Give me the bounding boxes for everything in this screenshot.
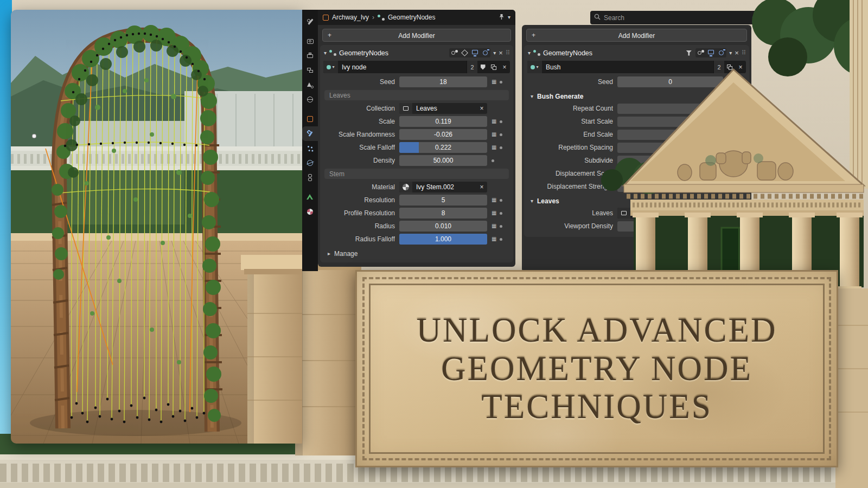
start-scale-field[interactable] [617, 117, 745, 127]
animate-icon[interactable] [500, 133, 502, 136]
animate-icon[interactable] [500, 81, 502, 84]
render-display-toggle-icon[interactable] [716, 48, 726, 57]
pin-icon[interactable] [499, 14, 505, 22]
animate-icon[interactable] [500, 238, 502, 241]
duplicate-button[interactable] [724, 61, 735, 73]
tab-world[interactable] [302, 92, 318, 107]
breadcrumb-object[interactable]: Archway_Ivy [332, 14, 369, 21]
tab-material[interactable] [302, 204, 318, 219]
tab-render[interactable] [302, 34, 318, 48]
extra-input-icon[interactable]: ▦ [727, 79, 732, 85]
expand-icon[interactable]: ▾ [528, 50, 531, 56]
radius-field[interactable]: 0.010 [399, 221, 487, 232]
node-group-selector[interactable]: ▾ Ivy node 2 × [323, 61, 510, 73]
modifier-extras-icon[interactable]: ▾ [493, 50, 496, 56]
material-field[interactable]: Ivy Stem.002 × [399, 182, 487, 192]
tab-constraints[interactable] [302, 170, 318, 185]
scale-falloff-slider[interactable]: 0.222 [399, 142, 487, 153]
modifier-name[interactable]: GeometryNodes [543, 49, 592, 57]
modifier-name[interactable]: GeometryNodes [339, 49, 388, 57]
modifier-header[interactable]: ▾ GeometryNodes ▾ × ⠿ [525, 46, 748, 60]
scale-randomness-field[interactable]: -0.026 [399, 129, 487, 140]
extra-input-icon[interactable]: ▦ [492, 210, 496, 216]
unlink-button[interactable]: × [735, 61, 746, 73]
search-bar[interactable]: Search ▾ [590, 11, 759, 24]
node-group-name[interactable]: Bush [542, 63, 713, 71]
repeat-count-field[interactable] [617, 104, 745, 114]
extra-input-icon[interactable]: ▦ [492, 236, 496, 242]
extra-input-icon[interactable]: ▦ [492, 119, 496, 124]
animate-icon[interactable] [736, 81, 738, 84]
tab-particles[interactable] [302, 141, 318, 156]
subpanel-stem[interactable]: Stem [324, 169, 509, 179]
leaves-collection-field[interactable]: Leaves [617, 208, 745, 219]
animate-icon[interactable] [492, 159, 494, 162]
clear-icon[interactable]: × [476, 105, 487, 112]
extra-input-icon[interactable]: ▦ [492, 197, 496, 203]
end-scale-field[interactable] [617, 130, 745, 140]
drag-handle-icon[interactable]: ⠿ [742, 50, 745, 56]
viewport-density-field[interactable] [617, 221, 745, 232]
resolution-field[interactable]: 5 [399, 195, 487, 206]
tab-modifiers[interactable] [302, 126, 318, 141]
drag-handle-icon[interactable]: ⠿ [506, 50, 509, 56]
radius-falloff-slider[interactable]: 1.000 [399, 234, 487, 245]
viewport-3d[interactable] [11, 10, 302, 444]
section-leaves[interactable]: ▾ Leaves [531, 197, 743, 205]
displacement-scale-field[interactable] [617, 169, 745, 179]
browse-node-group-icon[interactable]: ▾ [323, 61, 338, 73]
tab-view-layer[interactable] [302, 63, 318, 78]
duplicate-button[interactable] [488, 61, 499, 73]
add-modifier-button[interactable]: + Add Modifier [526, 29, 747, 42]
node-editor-toggle-icon[interactable] [695, 48, 706, 57]
profile-resolution-field[interactable]: 8 [399, 208, 487, 219]
unlink-button[interactable]: × [499, 61, 510, 73]
extra-input-icon[interactable]: ▦ [492, 145, 496, 150]
chevron-down-icon[interactable]: ▾ [752, 15, 755, 21]
node-group-name[interactable]: Ivy node [338, 63, 467, 71]
subpanel-leaves[interactable]: Leaves [324, 90, 509, 100]
scale-field[interactable]: 0.119 [399, 116, 487, 127]
fake-user-button[interactable] [477, 61, 488, 73]
animate-icon[interactable] [500, 199, 502, 202]
tab-physics[interactable] [302, 156, 318, 170]
displacement-strength-field[interactable] [617, 182, 745, 192]
tab-tool[interactable] [302, 14, 318, 29]
users-count[interactable]: 2 [467, 61, 477, 73]
modifier-header[interactable]: ▾ GeometryNodes ▾ × ⠿ [321, 46, 512, 60]
tab-scene[interactable] [302, 78, 318, 92]
extra-input-icon[interactable]: ▦ [492, 223, 496, 229]
extra-input-icon[interactable]: ▦ [492, 79, 496, 85]
density-field[interactable]: 50.000 [399, 155, 487, 166]
render-display-toggle-icon[interactable] [480, 48, 490, 57]
chevron-down-icon[interactable]: ▾ [508, 15, 510, 20]
expand-icon[interactable]: ▾ [324, 50, 327, 56]
collection-field[interactable]: Leaves × [399, 103, 487, 114]
extra-input-icon[interactable]: ▦ [492, 132, 496, 137]
viewport-display-toggle-icon[interactable] [470, 48, 480, 57]
close-icon[interactable]: × [499, 49, 503, 56]
seed-field[interactable]: 0 [617, 76, 723, 87]
tab-object-data[interactable] [302, 190, 318, 204]
breadcrumb-modifier[interactable]: GeometryNodes [388, 14, 435, 21]
add-modifier-button[interactable]: + Add Modifier [322, 29, 511, 42]
tab-object[interactable] [302, 112, 318, 126]
tab-output[interactable] [302, 48, 318, 63]
animate-icon[interactable] [500, 146, 502, 149]
subpanel-manage[interactable]: ▸ Manage [328, 250, 506, 258]
close-icon[interactable]: × [735, 49, 739, 56]
clear-icon[interactable]: × [476, 183, 487, 191]
repetition-spacing-field[interactable] [617, 143, 745, 153]
browse-node-group-icon[interactable]: ▾ [527, 61, 542, 73]
modifier-extras-icon[interactable]: ▾ [729, 50, 732, 56]
subdivide-field[interactable] [617, 156, 745, 166]
edit-mode-toggle-icon[interactable] [459, 48, 470, 57]
animate-icon[interactable] [500, 225, 502, 228]
animate-icon[interactable] [500, 212, 502, 215]
section-bush-generate[interactable]: ▾ Bush Generate [531, 93, 743, 100]
users-count[interactable]: 2 [713, 61, 724, 73]
animate-icon[interactable] [500, 120, 502, 123]
filter-icon[interactable] [685, 49, 693, 57]
viewport-display-toggle-icon[interactable] [706, 48, 716, 57]
seed-field[interactable]: 18 [399, 76, 487, 87]
